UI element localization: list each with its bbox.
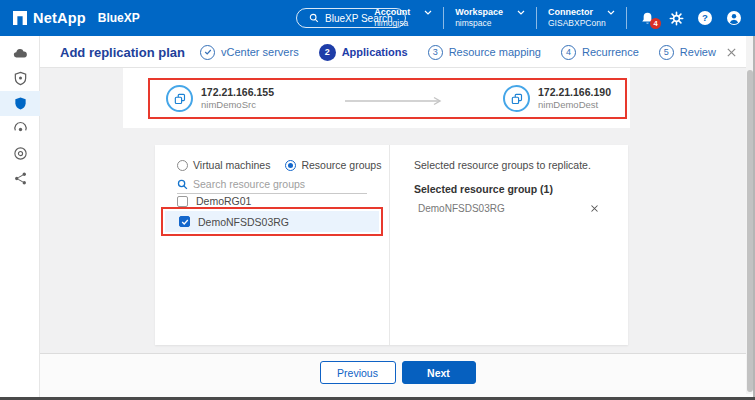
connector-label: Connector <box>548 7 593 18</box>
main-content: 172.21.166.155 nimDemoSrc 172.21.166.190… <box>40 68 755 400</box>
next-button[interactable]: Next <box>402 361 476 384</box>
radio-virtual-machines[interactable]: Virtual machines <box>177 159 270 171</box>
divider <box>536 7 537 29</box>
resource-group-name: DemoNFSDS03RG <box>198 216 289 228</box>
radio-resource-groups[interactable]: Resource groups <box>285 159 381 171</box>
chevron-down-icon <box>607 10 615 15</box>
sidebar-item-health[interactable] <box>0 66 40 91</box>
user-icon <box>726 10 742 26</box>
sidebar-item-storage[interactable] <box>0 41 40 66</box>
radio-label: Resource groups <box>301 159 381 171</box>
page-title: Add replication plan <box>60 36 185 68</box>
remove-selected-button[interactable] <box>587 201 601 215</box>
summary-subheading: Selected resource group (1) <box>414 183 553 195</box>
server-pair-annotation-box: 172.21.166.155 nimDemoSrc 172.21.166.190… <box>148 78 627 119</box>
wizard-header: Add replication plan vCenter servers 2 A… <box>40 36 755 68</box>
search-icon <box>177 179 188 190</box>
source-vcenter: 172.21.166.155 nimDemoSrc <box>166 85 274 112</box>
shield-check-icon <box>13 71 28 86</box>
sidebar-item-governance[interactable] <box>0 141 40 166</box>
search-input[interactable] <box>193 178 358 190</box>
wizard-stepper: vCenter servers 2 Applications 3 Resourc… <box>200 36 716 68</box>
step-number: 3 <box>428 45 443 60</box>
connector-menu[interactable]: Connector GISABXPConn <box>548 7 615 29</box>
close-wizard-button[interactable] <box>723 44 739 60</box>
vcenter-server-icon <box>166 85 193 112</box>
selected-group-item: DemoNFSDS03RG <box>418 201 601 215</box>
selected-group-name: DemoNFSDS03RG <box>418 203 505 214</box>
step-number: 2 <box>319 44 336 61</box>
connector-value: GISABXPConn <box>548 18 615 29</box>
svg-text:?: ? <box>702 12 708 23</box>
step-label: Resource mapping <box>449 46 541 58</box>
settings-button[interactable] <box>667 9 685 27</box>
step-number: 5 <box>659 45 674 60</box>
account-menu[interactable]: Account nimogisa <box>374 7 432 29</box>
check-icon <box>181 218 189 226</box>
workspace-label: Workspace <box>455 7 503 18</box>
cloud-icon <box>12 46 28 62</box>
applications-card: Virtual machines Resource groups DemoRG0… <box>155 145 628 345</box>
step-label: Applications <box>342 46 408 58</box>
check-icon <box>204 48 212 56</box>
selection-summary-pane: Selected resource groups to replicate. S… <box>390 145 628 345</box>
destination-vcenter: 172.21.166.190 nimDemoDest <box>503 85 611 112</box>
resource-group-row-selected[interactable]: DemoNFSDS03RG <box>165 211 379 232</box>
brand-name: NetApp <box>33 10 86 26</box>
source-ip: 172.21.166.155 <box>201 86 274 100</box>
resource-group-search <box>177 178 367 194</box>
workspace-value: nimspace <box>455 18 525 29</box>
divider <box>443 7 444 29</box>
close-icon <box>726 47 737 58</box>
netapp-logo-icon <box>13 11 27 25</box>
step-review[interactable]: 5 Review <box>659 45 716 60</box>
step-label: vCenter servers <box>221 46 299 58</box>
sidebar-item-observability[interactable] <box>0 116 40 141</box>
bluexp-window: NetApp BlueXP BlueXP Search Account nimo… <box>0 0 755 400</box>
topbar-right-group: Account nimogisa Workspace nimspace Conn… <box>374 0 743 36</box>
top-app-bar: NetApp BlueXP BlueXP Search Account nimo… <box>0 0 755 36</box>
workspace-menu[interactable]: Workspace nimspace <box>455 7 525 29</box>
chevron-down-icon <box>424 10 432 15</box>
step-resource-mapping[interactable]: 3 Resource mapping <box>428 45 541 60</box>
resource-group-row[interactable]: DemoRG01 <box>177 195 251 207</box>
chevron-down-icon <box>517 10 525 15</box>
server-pair-strip: 172.21.166.155 nimDemoSrc 172.21.166.190… <box>123 68 630 128</box>
vcenter-server-icon <box>503 85 530 112</box>
step-vcenter-servers[interactable]: vCenter servers <box>200 45 299 60</box>
share-nodes-icon <box>13 171 28 186</box>
step-label: Review <box>680 46 716 58</box>
previous-button[interactable]: Previous <box>320 361 396 384</box>
step-recurrence[interactable]: 4 Recurrence <box>561 45 639 60</box>
close-icon <box>590 204 599 213</box>
user-menu-button[interactable] <box>725 9 743 27</box>
product-name: BlueXP <box>98 11 140 25</box>
replication-direction <box>345 80 445 121</box>
step-check-circle <box>200 45 215 60</box>
wizard-footer: Previous Next <box>40 353 755 397</box>
radar-icon <box>13 121 28 136</box>
source-type-radios: Virtual machines Resource groups <box>177 159 381 171</box>
destination-name: nimDemoDest <box>538 99 611 111</box>
divider <box>626 7 627 29</box>
radio-icon <box>177 160 188 171</box>
checkbox-checked[interactable] <box>179 216 190 227</box>
checkbox-unchecked[interactable] <box>177 196 188 207</box>
search-icon <box>309 13 319 23</box>
summary-heading: Selected resource groups to replicate. <box>414 159 591 171</box>
help-button[interactable]: ? <box>696 9 714 27</box>
left-nav-sidebar <box>0 36 40 400</box>
notifications-button[interactable]: 4 <box>638 9 656 27</box>
sidebar-item-protection[interactable] <box>0 91 40 116</box>
notification-badge: 4 <box>650 18 661 29</box>
step-number: 4 <box>561 45 576 60</box>
help-icon: ? <box>697 10 713 26</box>
resource-group-name: DemoRG01 <box>196 195 251 207</box>
radio-label: Virtual machines <box>193 159 270 171</box>
step-label: Recurrence <box>582 46 639 58</box>
gear-icon <box>669 11 684 26</box>
sidebar-item-mobility[interactable] <box>0 166 40 191</box>
selected-row-annotation-box: DemoNFSDS03RG <box>161 207 383 236</box>
account-value: nimogisa <box>374 18 432 29</box>
step-applications[interactable]: 2 Applications <box>319 44 408 61</box>
